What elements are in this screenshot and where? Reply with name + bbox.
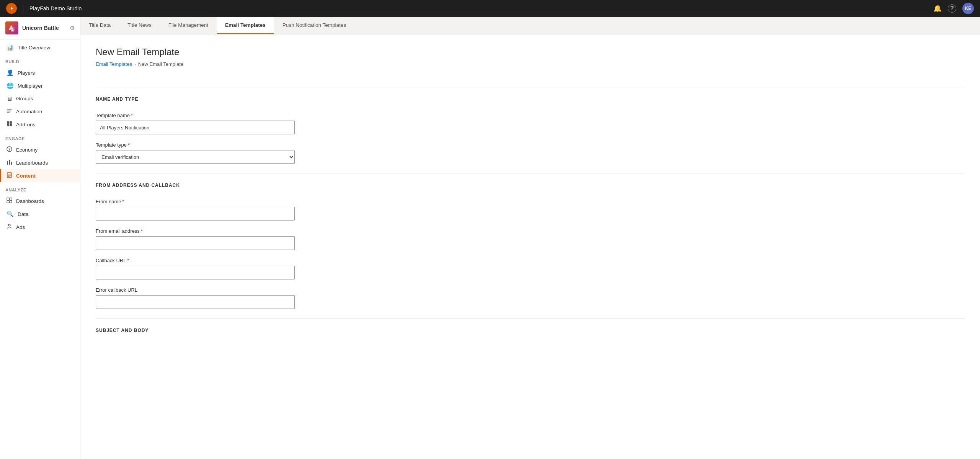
players-icon: 👤 <box>7 69 14 76</box>
sidebar-item-leaderboards[interactable]: Leaderboards <box>0 156 80 169</box>
breadcrumb-parent-link[interactable]: Email Templates <box>96 61 132 67</box>
sidebar-item-automation[interactable]: Automation <box>0 105 80 118</box>
breadcrumb-current: New Email Template <box>138 61 183 67</box>
svg-rect-5 <box>7 121 9 124</box>
callback-url-label: Callback URL* <box>96 258 295 263</box>
tab-title-news[interactable]: Title News <box>119 17 160 34</box>
callback-url-input[interactable] <box>96 266 295 279</box>
sidebar-item-players[interactable]: 👤 Players <box>0 66 80 79</box>
error-callback-label: Error callback URL <box>96 287 295 293</box>
app-layout: 🦄 Unicorn Battle ⚙ 📊 Title Overview BUIL… <box>0 17 980 459</box>
from-name-input[interactable] <box>96 207 295 221</box>
svg-rect-18 <box>7 198 9 200</box>
from-name-label: From name* <box>96 199 295 204</box>
main-content: Title Data Title News File Management Em… <box>80 17 980 459</box>
sidebar-item-label: Multiplayer <box>18 83 42 89</box>
sidebar-item-label: Add-ons <box>16 122 35 127</box>
sidebar-item-label: Ads <box>16 224 25 230</box>
from-email-input[interactable] <box>96 236 295 250</box>
sidebar-item-label: Groups <box>16 96 33 101</box>
topbar-separator <box>23 4 23 13</box>
svg-rect-20 <box>7 201 9 203</box>
svg-rect-6 <box>10 121 12 124</box>
template-type-select[interactable]: Email verification Password reset Custom <box>96 150 295 164</box>
tab-title-data[interactable]: Title Data <box>80 17 119 34</box>
required-star-type: * <box>128 142 130 148</box>
tab-push-notification[interactable]: Push Notification Templates <box>274 17 354 34</box>
svg-rect-15 <box>8 174 11 175</box>
svg-rect-11 <box>7 161 8 165</box>
required-star-callback: * <box>127 258 129 263</box>
template-name-group: Template name* <box>96 113 295 134</box>
svg-rect-19 <box>10 198 12 200</box>
content-area: New Email Template Email Templates › New… <box>80 34 980 459</box>
sidebar-item-label: Dashboards <box>16 198 44 204</box>
from-email-group: From email address* <box>96 228 295 250</box>
svg-rect-4 <box>7 112 10 113</box>
section-from-address-title: FROM ADDRESS AND CALLBACK <box>96 183 965 191</box>
svg-rect-12 <box>9 160 10 165</box>
sidebar-item-label: Players <box>18 70 35 76</box>
sidebar-item-addons[interactable]: Add-ons <box>0 118 80 131</box>
sidebar-item-economy[interactable]: $ Economy <box>0 143 80 156</box>
brand-name: Unicorn Battle <box>22 25 66 31</box>
svg-rect-3 <box>7 111 11 111</box>
ads-icon <box>7 224 12 230</box>
sidebar-item-dashboards[interactable]: Dashboards <box>0 194 80 207</box>
user-avatar[interactable]: KE <box>962 3 974 14</box>
notification-icon[interactable]: 🔔 <box>933 4 942 13</box>
required-star-from-name: * <box>122 199 124 204</box>
help-icon[interactable]: ? <box>948 4 956 13</box>
callback-url-group: Callback URL* <box>96 258 295 279</box>
from-name-group: From name* <box>96 199 295 221</box>
content-icon <box>7 172 12 179</box>
section-subject-body-title: SUBJECT AND BODY <box>96 328 965 336</box>
page-header-left: New Email Template Email Templates › New… <box>96 47 183 78</box>
sidebar-brand: 🦄 Unicorn Battle ⚙ <box>0 17 80 39</box>
sidebar-item-label: Automation <box>16 109 42 114</box>
sidebar-item-title-overview[interactable]: 📊 Title Overview <box>0 41 80 54</box>
error-callback-input[interactable] <box>96 295 295 309</box>
template-type-group: Template type* Email verification Passwo… <box>96 142 295 164</box>
section-name-type-title: NAME AND TYPE <box>96 96 965 105</box>
settings-gear-icon[interactable]: ⚙ <box>70 25 75 31</box>
page-title: New Email Template <box>96 47 183 57</box>
sidebar-item-multiplayer[interactable]: 🌐 Multiplayer <box>0 79 80 92</box>
multiplayer-icon: 🌐 <box>7 82 14 89</box>
template-type-label: Template type* <box>96 142 295 148</box>
topbar: PlayFab Demo Studio 🔔 ? KE <box>0 0 980 17</box>
tabs-bar: Title Data Title News File Management Em… <box>80 17 980 34</box>
breadcrumb: Email Templates › New Email Template <box>96 61 183 67</box>
svg-rect-7 <box>7 124 9 126</box>
divider-3 <box>96 318 965 319</box>
template-name-label: Template name* <box>96 113 295 118</box>
from-email-label: From email address* <box>96 228 295 234</box>
tab-email-templates[interactable]: Email Templates <box>217 17 274 34</box>
addons-icon <box>7 121 12 128</box>
economy-icon: $ <box>7 146 12 153</box>
svg-rect-17 <box>8 176 10 177</box>
chart-icon: 📊 <box>7 44 14 51</box>
breadcrumb-arrow-icon: › <box>134 62 136 67</box>
svg-text:$: $ <box>8 148 10 151</box>
sidebar-item-label: Economy <box>16 147 38 153</box>
sidebar-item-groups[interactable]: 🖥 Groups <box>0 92 80 105</box>
sidebar-item-content[interactable]: Content <box>0 169 80 182</box>
sidebar: 🦄 Unicorn Battle ⚙ 📊 Title Overview BUIL… <box>0 17 80 459</box>
svg-point-22 <box>8 224 10 226</box>
error-callback-group: Error callback URL <box>96 287 295 309</box>
svg-rect-2 <box>7 109 12 110</box>
tab-file-management[interactable]: File Management <box>160 17 217 34</box>
sidebar-item-label: Leaderboards <box>16 160 48 166</box>
template-name-input[interactable] <box>96 121 295 134</box>
divider <box>96 87 965 87</box>
sidebar-item-ads[interactable]: Ads <box>0 221 80 234</box>
svg-rect-8 <box>10 124 12 126</box>
automation-icon <box>7 108 12 115</box>
sidebar-item-data[interactable]: 🔍 Data <box>0 207 80 221</box>
svg-rect-16 <box>8 175 11 176</box>
data-icon: 🔍 <box>7 211 14 217</box>
required-star: * <box>131 113 133 118</box>
topbar-app-name: PlayFab Demo Studio <box>29 5 929 11</box>
required-star-from-email: * <box>141 228 143 234</box>
